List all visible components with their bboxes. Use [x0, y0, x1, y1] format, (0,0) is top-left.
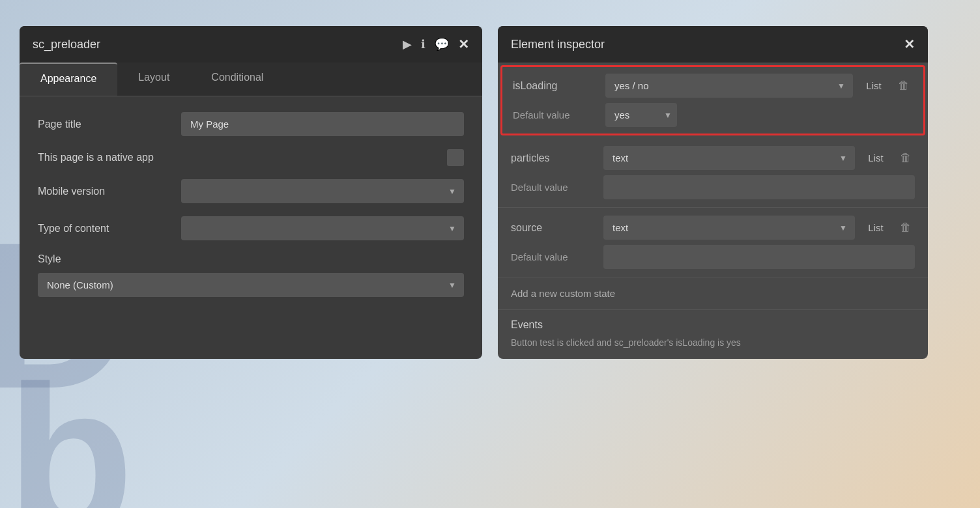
default-label-isloading: Default value — [513, 109, 598, 120]
left-panel-title: sc_preloader — [33, 38, 100, 51]
state-type-isloading-select[interactable]: yes / no text number — [605, 74, 853, 98]
state-list-source-label: List — [863, 222, 889, 233]
state-type-source-wrapper: text yes / no number ▼ — [603, 216, 855, 240]
default-value-source-input[interactable] — [603, 245, 915, 269]
state-block-isloading: isLoading yes / no text number ▼ List 🗑 … — [500, 65, 925, 135]
state-type-particles-wrapper: text yes / no number ▼ — [603, 146, 855, 170]
native-app-label: This page is a native app — [38, 152, 181, 163]
type-of-content-label: Type of content — [38, 223, 181, 234]
default-value-particles-input[interactable] — [603, 175, 915, 199]
mobile-version-select-wrapper: ▼ — [181, 179, 464, 203]
add-custom-state-label: Add a new custom state — [511, 288, 615, 299]
default-value-row-particles: Default value — [511, 175, 915, 199]
style-select-wrapper: None (Custom) ▼ — [38, 273, 464, 297]
state-list-particles-label: List — [863, 152, 889, 163]
style-label: Style — [38, 253, 464, 265]
native-app-checkbox[interactable] — [447, 149, 464, 166]
state-row-isloading: isLoading yes / no text number ▼ List 🗑 — [513, 74, 913, 98]
events-text: Button test is clicked and sc_preloader'… — [511, 336, 915, 350]
state-delete-source-icon[interactable]: 🗑 — [897, 221, 915, 234]
state-row-particles: particles text yes / no number ▼ List 🗑 — [511, 146, 915, 170]
close-icon[interactable]: ✕ — [458, 36, 469, 52]
tabs-row: Appearance Layout Conditional — [20, 63, 482, 96]
state-row-source: source text yes / no number ▼ List 🗑 — [511, 216, 915, 240]
state-delete-particles-icon[interactable]: 🗑 — [897, 151, 915, 165]
state-type-particles-select[interactable]: text yes / no number — [603, 146, 855, 170]
page-title-input[interactable] — [181, 112, 464, 136]
right-panel-title: Element inspector — [511, 38, 605, 51]
play-icon[interactable]: ▶ — [403, 37, 412, 51]
add-custom-state-button[interactable]: Add a new custom state — [498, 277, 928, 310]
right-panel-close-icon[interactable]: ✕ — [904, 36, 915, 52]
tab-appearance[interactable]: Appearance — [20, 63, 117, 96]
type-of-content-row: Type of content ▼ — [38, 216, 464, 240]
state-type-isloading-wrapper: yes / no text number ▼ — [605, 74, 853, 98]
state-name-isloading: isLoading — [513, 80, 598, 92]
type-of-content-select-wrapper: ▼ — [181, 216, 464, 240]
events-section: Events Button test is clicked and sc_pre… — [498, 310, 928, 359]
page-title-row: Page title — [38, 112, 464, 136]
default-value-row-isloading: Default value yes no ▼ — [513, 103, 913, 127]
state-name-source: source — [511, 222, 596, 234]
state-list-isloading-label: List — [861, 80, 887, 91]
page-title-label: Page title — [38, 119, 181, 130]
default-value-row-source: Default value — [511, 245, 915, 269]
right-panel-body: isLoading yes / no text number ▼ List 🗑 … — [498, 65, 928, 359]
info-icon[interactable]: ℹ — [421, 37, 425, 51]
state-name-particles: particles — [511, 152, 596, 164]
bg-decoration-2: b — [7, 339, 134, 508]
state-delete-isloading-icon[interactable]: 🗑 — [895, 79, 913, 92]
right-panel-header: Element inspector ✕ — [498, 26, 928, 63]
style-select[interactable]: None (Custom) — [38, 273, 464, 297]
state-block-source: source text yes / no number ▼ List 🗑 Def… — [498, 208, 928, 277]
native-app-row: This page is a native app — [38, 149, 464, 166]
style-section: Style None (Custom) ▼ — [38, 253, 464, 297]
state-type-source-select[interactable]: text yes / no number — [603, 216, 855, 240]
header-icons: ▶ ℹ 💬 ✕ — [403, 36, 469, 52]
tab-layout[interactable]: Layout — [117, 63, 190, 96]
default-value-isloading-select[interactable]: yes no — [605, 103, 677, 127]
type-of-content-select[interactable] — [181, 216, 464, 240]
right-panel: Element inspector ✕ isLoading yes / no t… — [498, 26, 928, 359]
left-panel-header: sc_preloader ▶ ℹ 💬 ✕ — [20, 26, 482, 63]
default-label-source: Default value — [511, 251, 596, 262]
mobile-version-row: Mobile version ▼ — [38, 179, 464, 203]
state-block-particles: particles text yes / no number ▼ List 🗑 … — [498, 138, 928, 208]
default-yes-wrapper: yes no ▼ — [605, 103, 677, 127]
mobile-version-label: Mobile version — [38, 186, 181, 197]
chat-icon[interactable]: 💬 — [435, 37, 449, 51]
left-panel: sc_preloader ▶ ℹ 💬 ✕ Appearance Layout C… — [20, 26, 482, 359]
tab-conditional[interactable]: Conditional — [190, 63, 284, 96]
left-panel-body: Page title This page is a native app Mob… — [20, 96, 482, 323]
panels-container: sc_preloader ▶ ℹ 💬 ✕ Appearance Layout C… — [20, 26, 928, 359]
default-label-particles: Default value — [511, 182, 596, 193]
events-label: Events — [511, 319, 915, 331]
mobile-version-select[interactable] — [181, 179, 464, 203]
